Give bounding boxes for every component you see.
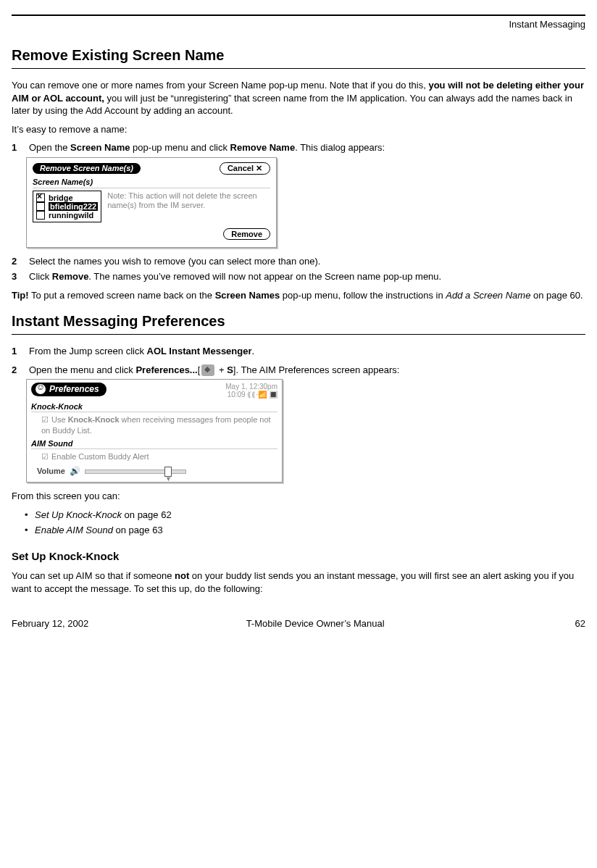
text: To put a removed screen name back on the: [29, 290, 215, 301]
step-2: 2 Select the names you wish to remove (y…: [12, 255, 585, 268]
step-number: 2: [12, 255, 29, 268]
text: [: [198, 364, 201, 375]
text: pop-up menu and click: [130, 142, 230, 153]
text-bold: Remove Name: [230, 142, 296, 153]
text: From the Jump screen click: [29, 346, 147, 356]
screen-name-listbox[interactable]: bridge bfielding222 runningwild: [33, 191, 101, 222]
dialog-title: Preferences: [31, 383, 107, 396]
text-bold: Knock-Knock: [68, 415, 120, 424]
footer-date: February 12, 2002: [12, 618, 88, 629]
dialog-title: Remove Screen Name(s): [33, 163, 141, 174]
link-text: Enable AIM Sound: [35, 525, 113, 535]
text-bold: S: [227, 364, 233, 375]
menu-key-icon: [201, 364, 214, 376]
dialog-note: Note: This action will not delete the sc…: [107, 191, 270, 222]
heading-set-up-knock-knock: Set Up Knock-Knock: [12, 550, 585, 562]
intro-paragraph-2: It’s easy to remove a name:: [12, 123, 585, 136]
cancel-label: Cancel: [227, 164, 254, 172]
list-item-label: bfielding222: [49, 202, 98, 211]
step-number: 3: [12, 270, 29, 283]
volume-row: Volume 🔊 ▼: [37, 466, 277, 476]
step-1: 1 Open the Screen Name pop-up menu and c…: [12, 141, 585, 154]
close-icon: ✕: [256, 164, 262, 172]
text-bold: Preferences...: [135, 364, 197, 375]
step-number: 1: [12, 141, 29, 154]
heading-remove-screen-name: Remove Existing Screen Name: [12, 47, 585, 64]
speaker-icon: 🔊: [70, 466, 80, 476]
footer-page-number: 62: [542, 618, 585, 629]
enable-buddy-alert-option[interactable]: ☑Enable Custom Buddy Alert: [41, 451, 277, 462]
signal-icon: ⟪⟪·📶 🔳: [247, 391, 277, 398]
status-date: May 1, 12:30pm: [225, 383, 277, 391]
list-item[interactable]: bfielding222: [36, 202, 98, 211]
list-item[interactable]: runningwild: [36, 211, 98, 220]
step-number: 2: [12, 364, 29, 377]
text: You can remove one or more names from yo…: [12, 80, 428, 91]
tip-label: Tip!: [12, 290, 29, 301]
volume-label: Volume: [37, 467, 65, 475]
text-bold: Screen Names: [215, 290, 280, 301]
checkbox-icon[interactable]: [36, 202, 45, 211]
from-screen-text: From this screen you can:: [12, 490, 585, 503]
status-time: 10:09: [227, 391, 246, 398]
text: Use: [51, 415, 68, 424]
cancel-button[interactable]: Cancel✕: [220, 162, 270, 175]
remove-button[interactable]: Remove: [223, 228, 270, 240]
pref-step-2: 2 Open the menu and click Preferences...…: [12, 364, 585, 377]
text: pop-up menu, follow the instructions in: [280, 290, 446, 301]
intro-paragraph-1: You can remove one or more names from yo…: [12, 79, 585, 117]
text: +: [216, 364, 227, 375]
header-section: Instant Messaging: [12, 19, 585, 30]
text: Open the: [29, 142, 70, 153]
section-knock-knock: Knock-Knock: [31, 402, 277, 412]
text: on page 60.: [530, 290, 583, 301]
page-footer: February 12, 2002 T-Mobile Device Owner’…: [12, 618, 585, 629]
text: Enable Custom Buddy Alert: [51, 452, 149, 461]
text: . The names you’ve removed will now not …: [88, 271, 441, 282]
checkbox-icon[interactable]: ☑: [41, 452, 49, 461]
preferences-dialog: Preferences May 1, 12:30pm 10:09 ⟪⟪·📶 🔳 …: [26, 379, 283, 483]
remove-screen-name-dialog: Remove Screen Name(s) Cancel✕ Screen Nam…: [26, 157, 277, 248]
text: on page 63: [113, 525, 163, 535]
dialog-subtitle: Screen Name(s): [33, 178, 270, 188]
list-item-label: runningwild: [49, 211, 93, 220]
link-text: Set Up Knock-Knock: [35, 509, 122, 520]
checkbox-icon[interactable]: ☑: [41, 415, 49, 424]
text: . This dialog appears:: [295, 142, 385, 153]
dialog-title-label: Preferences: [49, 384, 99, 394]
heading-im-preferences: Instant Messaging Preferences: [12, 313, 585, 330]
text-bold: Remove: [52, 271, 89, 282]
knock-knock-option[interactable]: ☑Use Knock-Knock when receiving messages…: [41, 414, 277, 435]
bullet-1: •Set Up Knock-Knock on page 62: [25, 509, 585, 522]
text-bold: Screen Name: [70, 142, 130, 153]
status-area: May 1, 12:30pm 10:09 ⟪⟪·📶 🔳: [225, 383, 277, 398]
checkbox-icon[interactable]: [36, 211, 45, 220]
volume-slider[interactable]: ▼: [85, 466, 186, 476]
section-aim-sound: AIM Sound: [31, 439, 277, 449]
knock-knock-paragraph: You can set up AIM so that if someone no…: [12, 569, 585, 595]
text: Open the menu and click: [29, 364, 135, 375]
text-italic: Add a Screen Name: [446, 290, 530, 301]
text: .: [252, 346, 255, 356]
step-body: Select the names you wish to remove (you…: [29, 255, 585, 268]
step-3: 3 Click Remove. The names you’ve removed…: [12, 270, 585, 283]
list-item-label: bridge: [49, 193, 73, 202]
text: ]. The AIM Preferences screen appears:: [233, 364, 400, 375]
slider-arrow-icon: ▼: [165, 475, 172, 483]
list-item[interactable]: bridge: [36, 193, 98, 202]
footer-manual: T-Mobile Device Owner’s Manual: [246, 618, 385, 629]
text: Click: [29, 271, 52, 282]
bullet-2: •Enable AIM Sound on page 63: [25, 524, 585, 537]
text-bold: not: [175, 570, 189, 581]
text: You can set up AIM so that if someone: [12, 570, 175, 581]
step-number: 1: [12, 345, 29, 358]
pref-step-1: 1 From the Jump screen click AOL Instant…: [12, 345, 585, 358]
checkbox-icon[interactable]: [36, 193, 45, 202]
avatar-icon: [36, 384, 46, 394]
text: on page 62: [122, 509, 172, 520]
text-bold: AOL Instant Messenger: [147, 346, 252, 356]
tip-paragraph: Tip! To put a removed screen name back o…: [12, 289, 585, 302]
